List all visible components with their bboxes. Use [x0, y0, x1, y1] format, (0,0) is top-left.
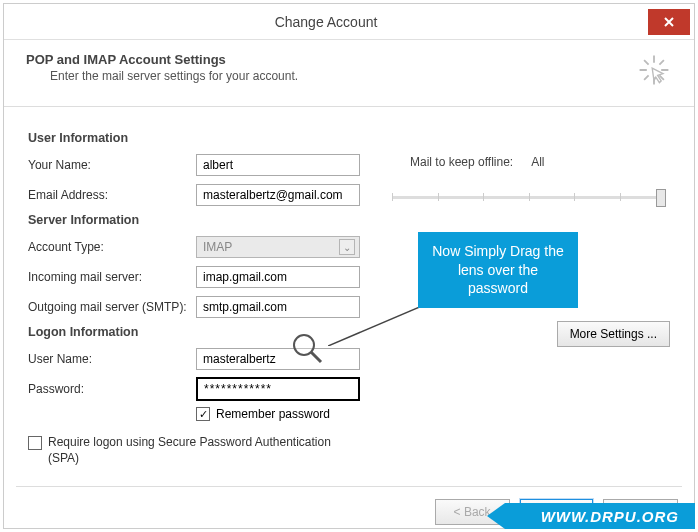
- close-button[interactable]: [648, 9, 690, 35]
- spa-row[interactable]: Require logon using Secure Password Auth…: [28, 435, 368, 466]
- label-your-name: Your Name:: [28, 158, 196, 172]
- mail-keep-value: All: [531, 155, 544, 169]
- more-settings-button[interactable]: More Settings ...: [557, 321, 670, 347]
- left-column: User Information Your Name: Email Addres…: [28, 125, 368, 466]
- mail-keep-slider[interactable]: [392, 185, 666, 209]
- label-email: Email Address:: [28, 188, 196, 202]
- slider-thumb[interactable]: [656, 189, 666, 207]
- tooltip-callout: Now Simply Drag the lens over the passwo…: [418, 232, 578, 308]
- outgoing-server-input[interactable]: [196, 296, 360, 318]
- account-type-select: IMAP ⌄: [196, 236, 360, 258]
- header-title: POP and IMAP Account Settings: [26, 52, 298, 67]
- spa-label: Require logon using Secure Password Auth…: [48, 435, 358, 466]
- password-input[interactable]: [196, 377, 360, 401]
- header-left: POP and IMAP Account Settings Enter the …: [26, 52, 298, 88]
- mail-keep-row: Mail to keep offline: All: [410, 155, 670, 169]
- section-logon-info: Logon Information: [28, 325, 368, 339]
- incoming-server-input[interactable]: [196, 266, 360, 288]
- window-title: Change Account: [4, 14, 648, 30]
- remember-password-label: Remember password: [216, 407, 330, 421]
- cursor-click-icon: [636, 52, 672, 88]
- chevron-down-icon: ⌄: [339, 239, 355, 255]
- section-server-info: Server Information: [28, 213, 368, 227]
- email-input[interactable]: [196, 184, 360, 206]
- dialog-body: User Information Your Name: Email Addres…: [4, 107, 694, 472]
- remember-password-checkbox[interactable]: ✓: [196, 407, 210, 421]
- slider-ticks: [392, 193, 666, 203]
- account-type-value: IMAP: [203, 240, 232, 254]
- dialog-frame: Change Account POP and IMAP Account Sett…: [3, 3, 695, 529]
- label-username: User Name:: [28, 352, 196, 366]
- label-incoming: Incoming mail server:: [28, 270, 196, 284]
- username-input[interactable]: [196, 348, 360, 370]
- header: POP and IMAP Account Settings Enter the …: [4, 40, 694, 107]
- titlebar: Change Account: [4, 4, 694, 40]
- label-outgoing: Outgoing mail server (SMTP):: [28, 300, 196, 314]
- your-name-input[interactable]: [196, 154, 360, 176]
- spa-checkbox[interactable]: [28, 436, 42, 450]
- watermark: WWW.DRPU.ORG: [505, 503, 695, 529]
- header-subtitle: Enter the mail server settings for your …: [26, 69, 298, 83]
- section-user-info: User Information: [28, 131, 368, 145]
- label-password: Password:: [28, 382, 196, 396]
- close-icon: [663, 16, 675, 28]
- remember-password-row[interactable]: ✓ Remember password: [196, 407, 368, 421]
- mail-keep-label: Mail to keep offline:: [410, 155, 513, 169]
- label-account-type: Account Type:: [28, 240, 196, 254]
